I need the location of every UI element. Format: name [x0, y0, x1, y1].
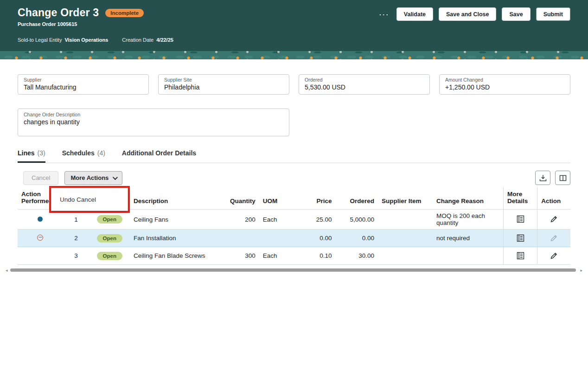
sold-to-label: Sold-to Legal Entity: [18, 37, 62, 43]
scroll-right-arrow-icon[interactable]: ▸: [580, 268, 582, 273]
main-content: Supplier Tall Manufacturing Supplier Sit…: [0, 74, 588, 265]
status-badge: Incomplete: [105, 9, 144, 17]
decorative-band: [0, 51, 588, 59]
tab-additional-order-details[interactable]: Additional Order Details: [122, 149, 196, 163]
app-header: Change Order 3 Incomplete Purchase Order…: [0, 0, 588, 51]
manage-columns-button[interactable]: [555, 171, 570, 185]
export-download-button[interactable]: [535, 171, 550, 185]
tab-lines[interactable]: Lines (3): [18, 149, 45, 163]
more-actions-dropdown: Undo Cancel: [51, 188, 128, 211]
cell-ordered: 0.00: [335, 230, 378, 247]
table-row[interactable]: 2 Open Fan Installation 0.00 0.00 not re…: [18, 230, 570, 247]
save-and-close-button[interactable]: Save and Close: [439, 7, 496, 21]
ordered-field[interactable]: Ordered 5,530.00 USD: [299, 74, 430, 95]
change-order-description-value: changes in quantity: [24, 118, 283, 126]
edit-line-button[interactable]: [549, 251, 559, 261]
tab-lines-count: (3): [38, 149, 45, 157]
cancel-line-button[interactable]: Cancel: [23, 171, 58, 185]
tab-lines-label: Lines: [18, 149, 35, 157]
supplier-field[interactable]: Supplier Tall Manufacturing: [18, 74, 149, 95]
ordered-field-label: Ordered: [305, 77, 424, 83]
col-change-reason: Change Reason: [433, 187, 504, 210]
scrollbar-thumb[interactable]: [10, 268, 576, 272]
cell-description: Fan Installation: [130, 230, 221, 247]
pencil-icon: [550, 215, 558, 223]
supplier-site-field[interactable]: Supplier Site Philadelphia: [158, 74, 289, 95]
cell-description: Ceiling Fan Blade Screws: [130, 247, 221, 265]
header-meta: Sold-to Legal Entity Vision Operations C…: [18, 37, 570, 43]
tab-schedules-label: Schedules: [62, 149, 95, 157]
cell-ordered: 30.00: [335, 247, 378, 265]
menu-item-undo-cancel[interactable]: Undo Cancel: [51, 188, 128, 211]
columns-icon: [559, 174, 567, 182]
open-status-badge: Open: [97, 252, 122, 260]
open-status-badge: Open: [97, 234, 122, 242]
cell-price: 25.00: [292, 210, 336, 230]
lines-toolbar: Cancel More Actions Undo Cancel: [18, 171, 570, 185]
tab-schedules[interactable]: Schedules (4): [62, 149, 105, 163]
changed-dot-icon: [38, 217, 43, 222]
cell-supplier-item: [378, 210, 433, 230]
creation-date-label: Creation Date: [122, 37, 153, 43]
pencil-icon: [550, 252, 558, 260]
cell-change-reason: MOQ is 200 each quantity: [433, 210, 504, 230]
more-details-button[interactable]: [516, 233, 525, 243]
open-status-badge: Open: [97, 215, 122, 223]
horizontal-scrollbar: ◂ ▸: [6, 268, 582, 273]
cell-description: Ceiling Fans: [130, 210, 221, 230]
change-order-description-label: Change Order Description: [24, 112, 283, 117]
supplier-site-field-label: Supplier Site: [164, 77, 283, 83]
cell-line: 2: [63, 230, 89, 247]
cell-quantity: 300: [221, 247, 259, 265]
scroll-left-arrow-icon[interactable]: ◂: [6, 268, 8, 273]
amount-changed-field[interactable]: Amount Changed +1,250.00 USD: [439, 74, 570, 95]
col-price: Price: [292, 187, 336, 210]
more-details-button[interactable]: [516, 251, 525, 261]
tab-schedules-count: (4): [97, 149, 105, 157]
col-ordered: Ordered: [335, 187, 378, 210]
more-details-button[interactable]: [516, 214, 525, 224]
tab-bar: Lines (3) Schedules (4) Additional Order…: [18, 149, 570, 163]
cell-supplier-item: [378, 247, 433, 265]
pencil-icon: [550, 234, 558, 242]
header-actions: ··· Validate Save and Close Save Submit: [377, 7, 570, 21]
cell-supplier-item: [378, 230, 433, 247]
amount-changed-field-label: Amount Changed: [445, 77, 564, 83]
cell-uom: [259, 230, 292, 247]
edit-line-button-disabled: [549, 233, 559, 243]
overflow-menu-button[interactable]: ···: [377, 9, 391, 19]
cell-quantity: [221, 230, 259, 247]
cell-price: 0.10: [292, 247, 336, 265]
edit-line-button[interactable]: [549, 214, 559, 224]
col-description: Description: [130, 187, 221, 210]
submit-button[interactable]: Submit: [536, 7, 570, 21]
supplier-field-value: Tall Manufacturing: [24, 83, 143, 91]
tab-additional-order-details-label: Additional Order Details: [122, 149, 196, 157]
cell-change-reason: not required: [433, 230, 504, 247]
more-details-icon: [517, 252, 524, 260]
more-details-icon: [517, 234, 524, 242]
summary-fields: Supplier Tall Manufacturing Supplier Sit…: [18, 74, 570, 95]
amount-changed-field-value: +1,250.00 USD: [445, 83, 564, 91]
table-row[interactable]: 3 Open Ceiling Fan Blade Screws 300 Each…: [18, 247, 570, 265]
chevron-down-icon: [113, 174, 118, 179]
change-order-description-field[interactable]: Change Order Description changes in quan…: [18, 108, 289, 136]
sold-to-value: Vision Operations: [64, 37, 108, 43]
cell-price: 0.00: [292, 230, 336, 247]
cell-line: 3: [63, 247, 89, 265]
validate-button[interactable]: Validate: [396, 7, 433, 21]
cancelled-line-icon: [37, 235, 43, 241]
cell-uom: Each: [259, 210, 292, 230]
cell-ordered: 5,000.00: [335, 210, 378, 230]
save-button[interactable]: Save: [502, 7, 530, 21]
col-quantity: Quantity: [221, 187, 259, 210]
page-title: Change Order 3: [18, 6, 99, 19]
cell-uom: Each: [259, 247, 292, 265]
ordered-field-value: 5,530.00 USD: [305, 83, 424, 91]
supplier-field-label: Supplier: [24, 77, 143, 83]
download-icon: [539, 174, 547, 182]
col-supplier-item: Supplier Item: [378, 187, 433, 210]
more-actions-button[interactable]: More Actions: [64, 171, 122, 185]
col-more-details: More Details: [503, 187, 537, 210]
col-uom: UOM: [259, 187, 292, 210]
